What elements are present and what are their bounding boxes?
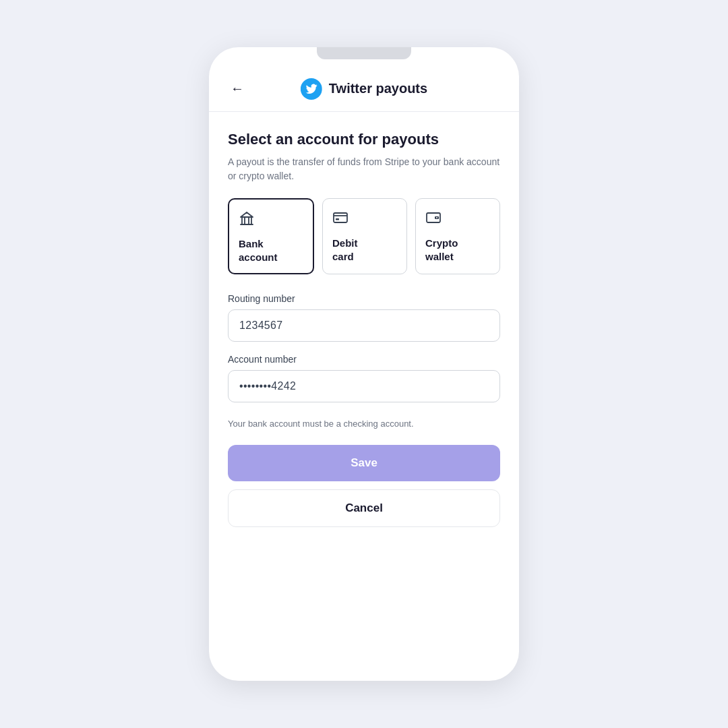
bank-icon — [239, 210, 305, 231]
crypto-icon — [425, 210, 491, 230]
account-card-bank[interactable]: Bankaccount — [228, 198, 314, 274]
section-desc: A payout is the transfer of funds from S… — [228, 155, 500, 183]
back-arrow-icon: ← — [231, 81, 244, 96]
save-button[interactable]: Save — [228, 445, 500, 481]
svg-rect-1 — [334, 213, 347, 222]
header: ← Twitter payouts — [209, 66, 519, 112]
account-options: Bankaccount Debitcard — [228, 198, 500, 274]
hint-text: Your bank account must be a checking acc… — [228, 419, 500, 429]
svg-rect-2 — [336, 218, 339, 220]
phone-frame: ← Twitter payouts Select an account for … — [209, 47, 519, 681]
back-button[interactable]: ← — [228, 78, 247, 99]
account-input[interactable] — [228, 370, 500, 402]
account-card-debit[interactable]: Debitcard — [322, 198, 407, 274]
account-card-bank-label: Bankaccount — [239, 237, 305, 264]
section-title: Select an account for payouts — [228, 131, 500, 148]
debit-icon — [332, 210, 398, 230]
routing-label: Routing number — [228, 293, 500, 304]
header-title-group: Twitter payouts — [301, 78, 427, 100]
account-card-crypto[interactable]: Cryptowallet — [415, 198, 500, 274]
account-number-group: Account number — [228, 354, 500, 402]
content-area: Select an account for payouts A payout i… — [209, 112, 519, 546]
routing-input[interactable] — [228, 309, 500, 342]
account-label: Account number — [228, 354, 500, 365]
svg-point-5 — [436, 217, 437, 218]
twitter-logo-icon — [301, 78, 322, 100]
header-title: Twitter payouts — [329, 81, 427, 96]
notch-bar — [317, 47, 411, 59]
routing-number-group: Routing number — [228, 293, 500, 342]
account-card-crypto-label: Cryptowallet — [425, 237, 491, 263]
cancel-button[interactable]: Cancel — [228, 489, 500, 527]
account-card-debit-label: Debitcard — [332, 237, 398, 263]
